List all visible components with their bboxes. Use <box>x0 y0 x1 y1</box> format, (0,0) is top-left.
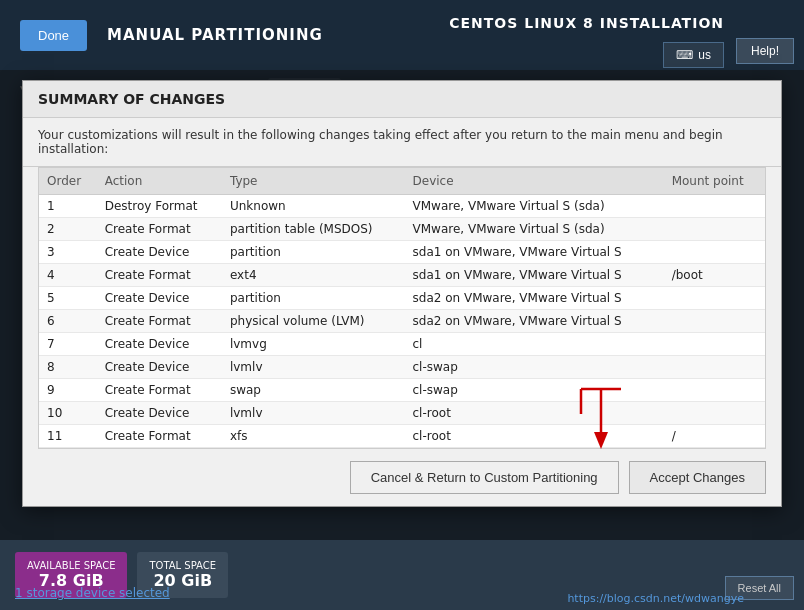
watermark: https://blog.csdn.net/wdwangye <box>567 592 744 605</box>
keyboard-icon: ⌨ <box>676 48 693 62</box>
table-row: 7Create Devicelvmvgcl <box>39 333 765 356</box>
cancel-button[interactable]: Cancel & Return to Custom Partitioning <box>350 461 619 494</box>
top-bar-left: Done MANUAL PARTITIONING <box>20 20 323 51</box>
cell-type: Unknown <box>222 195 405 218</box>
table-header-row: Order Action Type Device Mount point <box>39 168 765 195</box>
col-mount: Mount point <box>664 168 765 195</box>
cell-mount: /boot <box>664 264 765 287</box>
changes-table: Order Action Type Device Mount point 1De… <box>39 168 765 448</box>
cell-type: partition table (MSDOS) <box>222 218 405 241</box>
language-button[interactable]: ⌨ us <box>663 42 724 68</box>
cell-device: sda2 on VMware, VMware Virtual S <box>405 287 664 310</box>
modal-title: SUMMARY OF CHANGES <box>38 91 225 107</box>
annotation-arrow <box>576 384 626 454</box>
cell-mount <box>664 379 765 402</box>
status-bar: AVAILABLE SPACE 7.8 GiB TOTAL SPACE 20 G… <box>0 540 804 610</box>
table-row: 1Destroy FormatUnknownVMware, VMware Vir… <box>39 195 765 218</box>
cell-action: Create Device <box>97 287 222 310</box>
cell-type: xfs <box>222 425 405 448</box>
cell-device: sda1 on VMware, VMware Virtual S <box>405 264 664 287</box>
done-button[interactable]: Done <box>20 20 87 51</box>
cell-action: Destroy Format <box>97 195 222 218</box>
cell-type: partition <box>222 241 405 264</box>
cell-device: cl <box>405 333 664 356</box>
cell-mount <box>664 310 765 333</box>
cell-mount: / <box>664 425 765 448</box>
cell-type: lvmvg <box>222 333 405 356</box>
top-bar: Done MANUAL PARTITIONING CENTOS LINUX 8 … <box>0 0 804 70</box>
cell-action: Create Format <box>97 379 222 402</box>
cell-mount <box>664 402 765 425</box>
centos-title: CENTOS LINUX 8 INSTALLATION <box>449 15 724 31</box>
table-row: 3Create Devicepartitionsda1 on VMware, V… <box>39 241 765 264</box>
help-button[interactable]: Help! <box>736 38 794 64</box>
table-row: 6Create Formatphysical volume (LVM)sda2 … <box>39 310 765 333</box>
summary-modal: SUMMARY OF CHANGES Your customizations w… <box>22 80 782 507</box>
cell-mount <box>664 241 765 264</box>
cell-mount <box>664 195 765 218</box>
cell-mount <box>664 356 765 379</box>
svg-marker-1 <box>594 432 608 449</box>
cell-action: Create Format <box>97 218 222 241</box>
cell-action: Create Format <box>97 425 222 448</box>
cell-type: partition <box>222 287 405 310</box>
cell-order: 3 <box>39 241 97 264</box>
cell-action: Create Format <box>97 310 222 333</box>
cell-action: Create Device <box>97 333 222 356</box>
cell-type: swap <box>222 379 405 402</box>
cell-order: 6 <box>39 310 97 333</box>
table-row: 10Create Devicelvmlvcl-root <box>39 402 765 425</box>
cell-mount <box>664 218 765 241</box>
table-row: 5Create Devicepartitionsda2 on VMware, V… <box>39 287 765 310</box>
cell-type: physical volume (LVM) <box>222 310 405 333</box>
storage-device-link[interactable]: 1 storage device selected <box>15 586 170 600</box>
modal-description: Your customizations will result in the f… <box>23 118 781 167</box>
manual-partitioning-title: MANUAL PARTITIONING <box>107 26 323 44</box>
col-order: Order <box>39 168 97 195</box>
total-space-label: TOTAL SPACE <box>149 560 216 571</box>
lang-label: us <box>698 48 711 62</box>
cell-device: sda2 on VMware, VMware Virtual S <box>405 310 664 333</box>
cell-order: 1 <box>39 195 97 218</box>
cell-order: 11 <box>39 425 97 448</box>
cell-device: VMware, VMware Virtual S (sda) <box>405 218 664 241</box>
available-space-label: AVAILABLE SPACE <box>27 560 115 571</box>
modal-header: SUMMARY OF CHANGES <box>23 81 781 118</box>
cell-device: cl-swap <box>405 356 664 379</box>
cell-action: Create Device <box>97 356 222 379</box>
col-type: Type <box>222 168 405 195</box>
cell-type: lvmlv <box>222 356 405 379</box>
table-row: 9Create Formatswapcl-swap <box>39 379 765 402</box>
cell-type: lvmlv <box>222 402 405 425</box>
changes-table-container: Order Action Type Device Mount point 1De… <box>38 167 766 449</box>
table-row: 2Create Formatpartition table (MSDOS)VMw… <box>39 218 765 241</box>
cell-device: sda1 on VMware, VMware Virtual S <box>405 241 664 264</box>
modal-buttons-area: Cancel & Return to Custom Partitioning A… <box>23 449 781 506</box>
cell-order: 10 <box>39 402 97 425</box>
cell-action: Create Format <box>97 264 222 287</box>
cell-mount <box>664 333 765 356</box>
cell-order: 5 <box>39 287 97 310</box>
accept-changes-button[interactable]: Accept Changes <box>629 461 766 494</box>
col-action: Action <box>97 168 222 195</box>
modal-overlay: SUMMARY OF CHANGES Your customizations w… <box>0 70 804 610</box>
cell-action: Create Device <box>97 402 222 425</box>
cell-action: Create Device <box>97 241 222 264</box>
cell-type: ext4 <box>222 264 405 287</box>
table-row: 4Create Formatext4sda1 on VMware, VMware… <box>39 264 765 287</box>
cell-order: 2 <box>39 218 97 241</box>
cell-order: 8 <box>39 356 97 379</box>
cell-order: 9 <box>39 379 97 402</box>
cell-order: 4 <box>39 264 97 287</box>
table-row: 8Create Devicelvmlvcl-swap <box>39 356 765 379</box>
cell-order: 7 <box>39 333 97 356</box>
col-device: Device <box>405 168 664 195</box>
cell-mount <box>664 287 765 310</box>
table-row: 11Create Formatxfscl-root/ <box>39 425 765 448</box>
cell-device: VMware, VMware Virtual S (sda) <box>405 195 664 218</box>
